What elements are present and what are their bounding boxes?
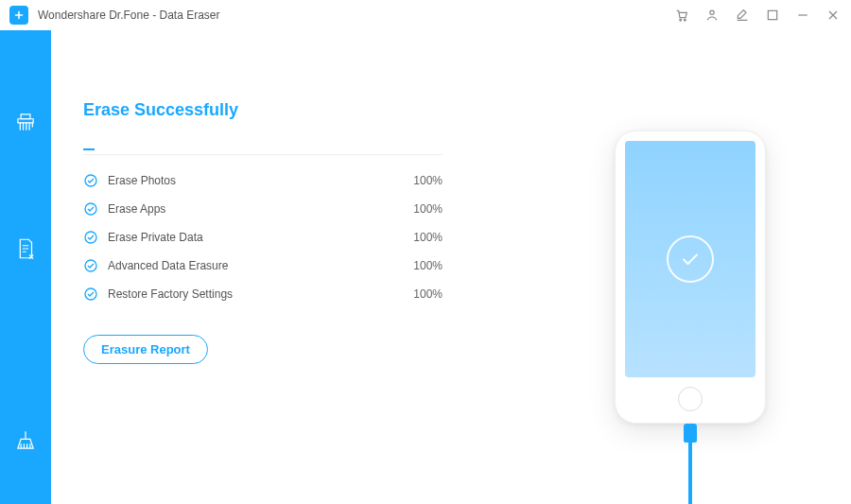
page-title: Erase Successfully bbox=[83, 100, 511, 120]
close-icon[interactable] bbox=[825, 7, 842, 24]
sidebar-item-erase[interactable] bbox=[0, 96, 51, 148]
app-body: Erase Successfully Erase Photos 100% Era… bbox=[0, 30, 851, 504]
sidebar-item-cleanup[interactable] bbox=[0, 415, 51, 466]
svg-point-4 bbox=[85, 175, 96, 186]
shredder-icon bbox=[13, 110, 38, 134]
task-percent: 100% bbox=[413, 174, 443, 187]
minimize-icon[interactable] bbox=[794, 7, 811, 24]
window-title: Wondershare Dr.Fone - Data Eraser bbox=[38, 9, 220, 22]
check-icon bbox=[83, 258, 98, 273]
titlebar-actions bbox=[673, 7, 842, 24]
task-list: Erase Photos 100% Erase Apps 100% Erase … bbox=[83, 166, 443, 308]
content-area: Erase Successfully Erase Photos 100% Era… bbox=[51, 30, 851, 504]
phone-screen bbox=[625, 141, 755, 377]
result-pane: Erase Successfully Erase Photos 100% Era… bbox=[51, 30, 530, 504]
user-icon[interactable] bbox=[703, 7, 721, 24]
sidebar bbox=[0, 30, 51, 504]
home-button-icon bbox=[678, 387, 703, 411]
divider bbox=[83, 154, 443, 155]
cable-illustration bbox=[684, 424, 697, 505]
svg-point-0 bbox=[680, 19, 682, 21]
success-check-icon bbox=[667, 235, 714, 283]
phone-illustration bbox=[615, 130, 766, 424]
sidebar-item-document[interactable] bbox=[0, 223, 51, 274]
svg-point-1 bbox=[684, 19, 686, 21]
cart-icon[interactable] bbox=[673, 7, 690, 24]
broom-icon bbox=[13, 428, 38, 453]
divider-accent bbox=[83, 148, 95, 150]
task-percent: 100% bbox=[413, 287, 443, 301]
svg-point-8 bbox=[85, 288, 96, 300]
task-label: Advanced Data Erasure bbox=[108, 259, 413, 272]
task-label: Restore Factory Settings bbox=[108, 287, 413, 301]
check-icon bbox=[83, 287, 98, 302]
check-icon bbox=[83, 201, 98, 217]
task-row: Erase Photos 100% bbox=[83, 166, 443, 195]
task-label: Erase Private Data bbox=[108, 231, 413, 244]
task-row: Erase Private Data 100% bbox=[83, 223, 443, 252]
document-icon bbox=[13, 236, 38, 261]
check-icon bbox=[83, 230, 98, 245]
task-label: Erase Apps bbox=[108, 202, 413, 216]
task-row: Erase Apps 100% bbox=[83, 195, 443, 223]
task-row: Advanced Data Erasure 100% bbox=[83, 252, 443, 280]
task-percent: 100% bbox=[413, 231, 443, 244]
svg-rect-3 bbox=[768, 10, 776, 19]
plus-icon bbox=[13, 9, 25, 21]
restore-icon[interactable] bbox=[764, 7, 781, 24]
svg-point-6 bbox=[85, 232, 96, 243]
svg-point-5 bbox=[85, 203, 96, 215]
task-percent: 100% bbox=[413, 259, 443, 272]
task-percent: 100% bbox=[413, 202, 443, 216]
erasure-report-button[interactable]: Erasure Report bbox=[83, 335, 208, 364]
edit-icon[interactable] bbox=[734, 7, 751, 24]
task-row: Restore Factory Settings 100% bbox=[83, 280, 443, 308]
check-icon bbox=[83, 173, 98, 188]
phone-illustration-pane bbox=[530, 30, 851, 504]
svg-point-2 bbox=[710, 10, 714, 14]
svg-point-7 bbox=[85, 260, 96, 271]
app-logo bbox=[9, 6, 28, 25]
task-label: Erase Photos bbox=[108, 174, 413, 187]
titlebar: Wondershare Dr.Fone - Data Eraser bbox=[0, 0, 851, 30]
